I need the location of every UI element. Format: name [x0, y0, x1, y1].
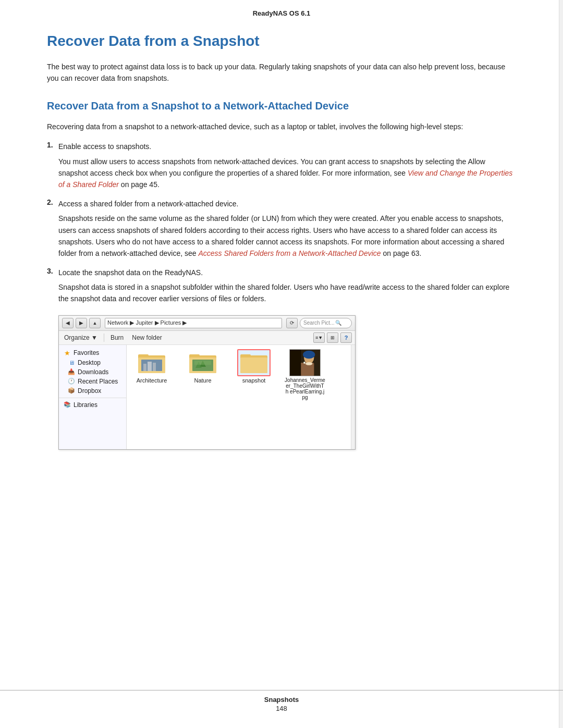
architecture-label: Architecture	[131, 377, 173, 384]
intro-text: The best way to protect against data los…	[47, 61, 516, 84]
main-scrollbar[interactable]	[351, 345, 355, 449]
search-bar[interactable]: Search Pict... 🔍	[300, 318, 352, 328]
desktop-icon: 🖥	[67, 360, 76, 366]
up-button[interactable]: ▲	[89, 318, 101, 328]
steps-list: 1. Enable access to snapshots. You must …	[47, 141, 516, 305]
page-content: Recover Data from a Snapshot The best wa…	[0, 22, 563, 493]
sidebar-label-recent: Recent Places	[78, 378, 118, 385]
step-3-title: Locate the snapshot data on the ReadyNAS…	[58, 268, 203, 277]
explorer-body: ★ Favorites 🖥 Desktop 📥 Downloads	[59, 345, 355, 449]
architecture-folder-svg	[138, 351, 165, 374]
view-icons-button[interactable]: ⊞	[327, 332, 338, 343]
snapshot-folder-icon	[237, 349, 271, 376]
footer-page: 148	[0, 705, 563, 712]
step-2-link[interactable]: Access Shared Folders from a Network-Att…	[198, 249, 381, 257]
file-grid: Architecture	[131, 349, 347, 400]
sidebar-item-dropbox[interactable]: 📦 Dropbox	[63, 386, 126, 396]
step-3: 3. Locate the snapshot data on the Ready…	[47, 267, 516, 305]
toolbar-divider-1	[104, 334, 104, 342]
search-icon: 🔍	[335, 320, 341, 326]
forward-button[interactable]: ▶	[76, 318, 87, 328]
sidebar-item-recent[interactable]: 🕐 Recent Places	[63, 377, 126, 386]
nature-folder-svg	[189, 351, 216, 374]
svg-rect-14	[194, 361, 211, 365]
file-item-nature[interactable]: Nature	[182, 349, 224, 384]
file-item-architecture[interactable]: Architecture	[131, 349, 173, 384]
explorer-main-area: Architecture	[127, 345, 351, 449]
sidebar-label-libraries: Libraries	[74, 401, 97, 409]
sidebar-label-dropbox: Dropbox	[78, 387, 101, 394]
back-button[interactable]: ◀	[62, 318, 74, 328]
step-2: 2. Access a shared folder from a network…	[47, 198, 516, 260]
sidebar-divider	[59, 398, 126, 398]
step-1-body: You must allow users to access snapshots…	[58, 156, 516, 191]
svg-point-23	[303, 362, 305, 364]
footer-label: Snapshots	[0, 696, 563, 704]
toolbar-right: ≡▼ ⊞ ?	[313, 332, 352, 343]
help-button[interactable]: ?	[340, 332, 352, 343]
svg-rect-7	[153, 363, 156, 371]
sidebar-item-desktop[interactable]: 🖥 Desktop	[63, 358, 126, 367]
section-title: Recover Data from a Snapshot to a Networ…	[47, 99, 516, 113]
libraries-icon: 📚	[63, 401, 71, 408]
step-3-content: Locate the snapshot data on the ReadyNAS…	[58, 267, 516, 305]
view-details-button[interactable]: ≡▼	[313, 332, 325, 343]
section-intro: Recovering data from a snapshot to a net…	[47, 121, 516, 132]
photo-thumbnail	[289, 349, 321, 376]
photo-label: Johannes_Verme er_TheGirlWithTh ePearlEa…	[285, 377, 325, 400]
step-2-content: Access a shared folder from a network-at…	[58, 198, 516, 260]
new-folder-button[interactable]: New folder	[130, 333, 164, 342]
organize-button[interactable]: Organize ▼	[62, 333, 100, 342]
explorer-toolbar: Organize ▼ Burn New folder ≡▼ ⊞ ?	[59, 331, 355, 345]
breadcrumb-text: Network ▶ Jupiter ▶ Pictures ▶	[107, 319, 187, 326]
file-item-snapshot[interactable]: snapshot	[233, 349, 275, 384]
svg-rect-16	[240, 354, 251, 357]
photo-svg	[290, 349, 320, 376]
page-footer: Snapshots 148	[0, 690, 563, 712]
sidebar-item-downloads[interactable]: 📥 Downloads	[63, 367, 126, 377]
dropbox-icon: 📦	[67, 387, 76, 394]
step-2-number: 2.	[47, 198, 58, 206]
nature-label: Nature	[182, 377, 224, 384]
step-1-content: Enable access to snapshots. You must all…	[58, 141, 516, 191]
step-3-number: 3.	[47, 267, 58, 275]
svg-rect-24	[290, 350, 301, 376]
step-2-title: Access a shared folder from a network-at…	[58, 200, 239, 208]
svg-rect-9	[189, 354, 200, 357]
favorites-group: ★ Favorites 🖥 Desktop 📥 Downloads	[59, 348, 126, 396]
svg-rect-17	[240, 357, 267, 373]
main-title: Recover Data from a Snapshot	[47, 33, 516, 50]
step-1: 1. Enable access to snapshots. You must …	[47, 141, 516, 191]
svg-rect-5	[143, 364, 146, 371]
step-1-title: Enable access to snapshots.	[58, 142, 151, 151]
sidebar-label-desktop: Desktop	[78, 359, 101, 366]
snapshot-label: snapshot	[233, 377, 275, 384]
explorer-sidebar: ★ Favorites 🖥 Desktop 📥 Downloads	[59, 345, 127, 449]
header-title: ReadyNAS OS 6.1	[253, 9, 311, 17]
refresh-button[interactable]: ⟳	[286, 318, 298, 328]
architecture-folder-icon	[135, 349, 168, 376]
snapshot-folder-svg	[240, 351, 267, 374]
svg-point-20	[303, 351, 315, 359]
sidebar-item-favorites[interactable]: ★ Favorites	[59, 348, 126, 358]
nature-folder-icon	[186, 349, 219, 376]
file-item-photo[interactable]: Johannes_Verme er_TheGirlWithTh ePearlEa…	[284, 349, 326, 400]
step-2-body: Snapshots reside on the same volume as t…	[58, 213, 516, 260]
downloads-icon: 📥	[67, 368, 76, 375]
svg-point-22	[305, 362, 313, 365]
sidebar-label-downloads: Downloads	[78, 368, 108, 376]
recent-icon: 🕐	[67, 378, 76, 385]
svg-rect-1	[138, 354, 149, 357]
explorer-nav: ◀ ▶ ▲ Network ▶ Jupiter ▶ Pictures ▶ ⟳ S…	[59, 316, 355, 331]
burn-button[interactable]: Burn	[108, 333, 126, 342]
breadcrumb-bar: Network ▶ Jupiter ▶ Pictures ▶	[105, 318, 282, 328]
sidebar-item-libraries[interactable]: 📚 Libraries	[59, 400, 126, 410]
svg-rect-6	[148, 362, 152, 371]
page-header: ReadyNAS OS 6.1	[0, 0, 563, 22]
explorer-screenshot: ◀ ▶ ▲ Network ▶ Jupiter ▶ Pictures ▶ ⟳ S…	[58, 315, 356, 450]
step-1-number: 1.	[47, 141, 58, 149]
star-icon: ★	[63, 349, 71, 357]
sidebar-label-favorites: Favorites	[74, 349, 99, 356]
step-3-body: Snapshot data is stored in a snapshot su…	[58, 281, 516, 305]
search-placeholder: Search Pict...	[303, 320, 334, 326]
